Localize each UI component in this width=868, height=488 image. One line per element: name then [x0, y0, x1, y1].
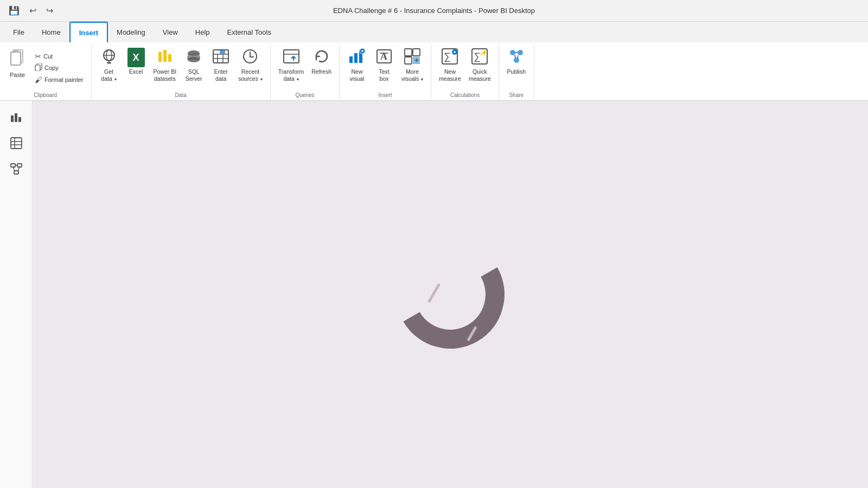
- format-painter-label: Format painter: [44, 76, 84, 83]
- svg-line-52: [518, 55, 518, 58]
- transform-data-icon: [283, 48, 300, 67]
- spinner-arc: [384, 228, 517, 361]
- refresh-label: Refresh: [311, 68, 331, 75]
- report-view-button[interactable]: [4, 105, 28, 129]
- svg-rect-36: [405, 57, 412, 64]
- refresh-icon: [313, 48, 330, 67]
- tab-help[interactable]: Help: [187, 22, 219, 42]
- publish-button[interactable]: Publish: [503, 46, 529, 78]
- text-box-button[interactable]: A Textbox: [371, 46, 397, 84]
- ribbon-group-clipboard: Paste ✂ Cut Copy 🖌: [0, 44, 92, 100]
- more-visuals-button[interactable]: Morevisuals ▾: [398, 46, 426, 84]
- svg-rect-21: [220, 50, 225, 54]
- paste-icon: [9, 48, 26, 72]
- svg-rect-35: [413, 49, 420, 56]
- data-view-icon: [10, 137, 22, 149]
- data-group-label: Data: [96, 91, 266, 100]
- power-bi-datasets-icon: [156, 48, 174, 67]
- new-visual-button[interactable]: Newvisual: [344, 46, 370, 84]
- ribbon-group-data: Getdata ▾ X Excel Power BIdatasets: [92, 44, 271, 100]
- new-measure-button[interactable]: ∑ Newmeasure: [436, 46, 464, 84]
- undo-button[interactable]: ↩: [27, 4, 39, 17]
- title-bar: 💾 ↩ ↪ EDNA Challenge # 6 - Insurance Com…: [0, 0, 868, 22]
- svg-text:∑: ∑: [474, 51, 481, 62]
- sql-server-button[interactable]: SQLServer: [181, 46, 207, 84]
- svg-line-51: [515, 55, 515, 58]
- svg-rect-54: [15, 113, 17, 122]
- tab-modeling[interactable]: Modeling: [108, 22, 154, 42]
- model-view-button[interactable]: [4, 157, 28, 181]
- queries-group-label: Queries: [275, 91, 335, 100]
- sql-server-icon: [185, 48, 202, 67]
- data-view-button[interactable]: [4, 131, 28, 155]
- get-data-icon: [100, 48, 118, 67]
- new-measure-icon: ∑: [441, 48, 458, 67]
- excel-icon: X: [127, 48, 145, 67]
- quick-measure-icon: ∑: [471, 48, 488, 67]
- svg-rect-49: [514, 57, 519, 63]
- sql-server-label: SQLServer: [186, 68, 202, 82]
- data-content: Getdata ▾ X Excel Power BIdatasets: [96, 44, 266, 91]
- format-painter-icon: 🖌: [35, 75, 42, 84]
- power-bi-datasets-button[interactable]: Power BIdatasets: [150, 46, 180, 84]
- text-box-icon: A: [375, 48, 393, 67]
- transform-data-button[interactable]: Transformdata ▾: [275, 46, 307, 84]
- more-visuals-label: Morevisuals ▾: [401, 68, 423, 82]
- recent-sources-label: Recentsources ▾: [238, 68, 263, 82]
- loading-spinner: [369, 213, 532, 376]
- svg-rect-53: [11, 115, 14, 122]
- more-visuals-icon: [404, 48, 421, 67]
- queries-content: Transformdata ▾ Refresh: [275, 44, 335, 91]
- svg-text:∑: ∑: [444, 51, 451, 62]
- share-group-label: Share: [503, 91, 529, 100]
- tab-view[interactable]: View: [154, 22, 187, 42]
- refresh-button[interactable]: Refresh: [308, 46, 335, 78]
- share-content: Publish: [503, 44, 529, 91]
- enter-data-label: Enterdata: [214, 68, 228, 82]
- svg-rect-10: [168, 54, 171, 62]
- window-title: EDNA Challenge # 6 - Insurance Complaint…: [333, 7, 535, 15]
- ribbon-tabs: File Home Insert Modeling View Help Exte…: [0, 22, 868, 42]
- get-data-button[interactable]: Getdata ▾: [96, 46, 122, 84]
- paste-button[interactable]: Paste: [4, 46, 30, 90]
- tab-insert[interactable]: Insert: [69, 22, 108, 42]
- excel-button[interactable]: X Excel: [123, 46, 149, 78]
- publish-label: Publish: [507, 68, 526, 75]
- svg-rect-34: [405, 49, 412, 56]
- svg-rect-61: [17, 164, 22, 167]
- svg-rect-4: [35, 65, 40, 71]
- tab-file[interactable]: File: [4, 22, 33, 42]
- svg-rect-23: [284, 50, 299, 63]
- model-view-icon: [10, 163, 22, 175]
- calculations-group-label: Calculations: [436, 91, 494, 100]
- ribbon: Paste ✂ Cut Copy 🖌: [0, 42, 868, 101]
- cut-label: Cut: [43, 53, 53, 60]
- enter-data-button[interactable]: Enterdata: [208, 46, 234, 84]
- transform-data-label: Transformdata ▾: [278, 68, 304, 82]
- new-visual-icon: [348, 48, 366, 67]
- svg-line-65: [18, 167, 20, 171]
- new-visual-label: Newvisual: [350, 68, 365, 82]
- svg-rect-60: [11, 164, 15, 167]
- power-bi-datasets-label: Power BIdatasets: [154, 68, 177, 82]
- tab-home[interactable]: Home: [33, 22, 69, 42]
- excel-label: Excel: [129, 68, 143, 75]
- get-data-label: Getdata ▾: [101, 68, 116, 82]
- redo-button[interactable]: ↪: [44, 4, 55, 17]
- svg-rect-56: [11, 138, 22, 149]
- svg-rect-26: [354, 53, 358, 63]
- tab-external-tools[interactable]: External Tools: [219, 22, 280, 42]
- format-painter-button[interactable]: 🖌 Format painter: [31, 74, 87, 85]
- canvas: [33, 101, 868, 488]
- cut-button[interactable]: ✂ Cut: [31, 51, 87, 62]
- ribbon-group-insert: Newvisual A Textbox: [340, 44, 431, 100]
- copy-button[interactable]: Copy: [31, 62, 87, 74]
- clipboard-content: Paste ✂ Cut Copy 🖌: [4, 44, 87, 91]
- quick-measure-button[interactable]: ∑ Quickmeasure: [465, 46, 494, 84]
- save-button[interactable]: 💾: [7, 4, 22, 17]
- recent-sources-button[interactable]: Recentsources ▾: [235, 46, 266, 84]
- report-view-icon: [10, 111, 22, 123]
- paste-label: Paste: [10, 72, 25, 78]
- ribbon-group-calculations: ∑ Newmeasure ∑: [431, 44, 499, 100]
- sidebar: [0, 101, 33, 488]
